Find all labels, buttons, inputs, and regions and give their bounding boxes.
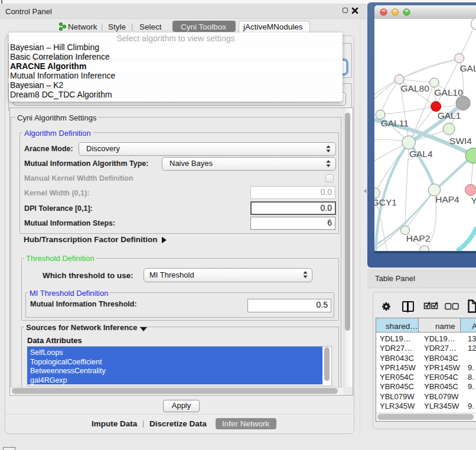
svg-text:GAL4: GAL4 bbox=[409, 149, 433, 159]
svg-text:GAL1: GAL1 bbox=[438, 110, 461, 120]
svg-text:GCY1: GCY1 bbox=[374, 197, 397, 207]
svg-text:GAL10: GAL10 bbox=[435, 87, 464, 97]
svg-text:Y: Y bbox=[471, 195, 476, 206]
svg-text:GAL7: GAL7 bbox=[460, 63, 476, 73]
svg-text:HAP2: HAP2 bbox=[406, 233, 431, 243]
svg-text:GAL11: GAL11 bbox=[381, 118, 409, 128]
svg-text:SWI4: SWI4 bbox=[449, 136, 472, 146]
svg-text:GAL80: GAL80 bbox=[401, 83, 430, 93]
svg-text:HAP4: HAP4 bbox=[435, 194, 459, 204]
